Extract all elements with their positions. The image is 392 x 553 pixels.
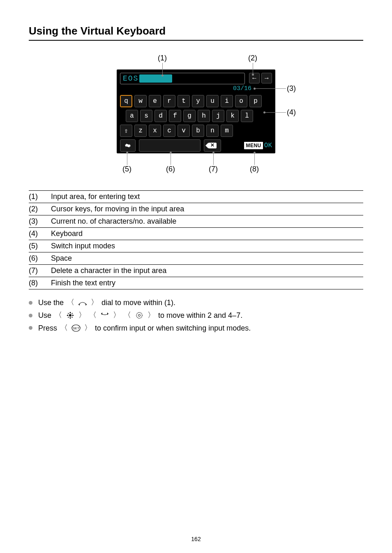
leader-6 [171, 153, 171, 165]
finish-entry[interactable]: MENU OK [244, 142, 272, 149]
key-row-1: q w e r t y u i o p [120, 95, 272, 107]
callout-1: (1) [158, 54, 167, 62]
figure-wrapper: (1) (2) (3) (4) (5) (6) (7) (8) [29, 69, 363, 174]
key-o[interactable]: o [235, 95, 247, 107]
key-x[interactable]: x [149, 125, 161, 137]
leader-8-dot [254, 152, 256, 154]
key-j[interactable]: j [212, 110, 224, 122]
key-i[interactable]: i [221, 95, 233, 107]
key-f[interactable]: f [169, 110, 181, 122]
legend-text: Finish the text entry [51, 277, 363, 289]
svg-point-0 [69, 314, 71, 317]
instruction-line: Use the 〈 〉 dial to move within (1). [29, 297, 363, 309]
legend-row: (5)Switch input modes [29, 240, 363, 252]
menu-badge: MENU [244, 142, 263, 149]
legend-text: Cursor keys, for moving in the input are… [51, 203, 363, 215]
angle-open: 〈 [67, 297, 74, 309]
key-a[interactable]: a [126, 110, 138, 122]
key-m[interactable]: m [221, 125, 233, 137]
text: Press [38, 322, 57, 334]
key-w[interactable]: w [134, 95, 147, 107]
page-title: Using the Virtual Keyboard [29, 25, 363, 41]
delete-key[interactable]: ✕ [204, 139, 221, 152]
legend-table: (1)Input area, for entering text (2)Curs… [29, 190, 363, 289]
legend-num: (7) [29, 265, 51, 277]
instructions: Use the 〈 〉 dial to move within (1). Use… [29, 297, 363, 334]
callout-2: (2) [248, 54, 257, 62]
key-l[interactable]: l [241, 110, 253, 122]
figure: (1) (2) (3) (4) (5) (6) (7) (8) [117, 69, 275, 174]
legend-num: (2) [29, 203, 51, 215]
leader-2-dot [252, 74, 254, 76]
leader-4 [265, 112, 286, 113]
cursor-left-button[interactable]: ← [249, 73, 260, 83]
key-v[interactable]: v [178, 125, 190, 137]
key-d[interactable]: d [154, 110, 167, 122]
key-row-2: a s d f g h j k l [120, 110, 272, 122]
legend-text: Current no. of characters/no. available [51, 215, 363, 228]
input-text: EOS [123, 74, 138, 83]
text: dial to move within (1). [101, 297, 175, 309]
char-count: 03/16 [120, 85, 272, 93]
multi-controller-icon [65, 311, 75, 319]
space-key[interactable] [139, 139, 201, 152]
keyboard: q w e r t y u i o p a s d [120, 95, 272, 137]
instruction-line: Press 〈 SET 〉 to confirm input or when s… [29, 322, 363, 334]
leader-3 [255, 88, 286, 89]
callout-5: (5) [122, 165, 131, 174]
key-g[interactable]: g [183, 110, 196, 122]
angle-open: 〈 [60, 322, 68, 334]
leader-7 [213, 153, 214, 165]
key-u[interactable]: u [206, 95, 219, 107]
quick-control-dial-1-icon [100, 311, 110, 319]
legend-num: (4) [29, 228, 51, 240]
switch-input-mode-button[interactable] [120, 139, 136, 152]
key-z[interactable]: z [134, 125, 147, 137]
angle-close: 〉 [148, 310, 155, 322]
key-k[interactable]: k [226, 110, 239, 122]
legend-row: (2)Cursor keys, for moving in the input … [29, 203, 363, 215]
key-n[interactable]: n [206, 125, 219, 137]
bullet-icon [29, 301, 32, 305]
legend-row: (8)Finish the text entry [29, 277, 363, 289]
text-input-area[interactable]: EOS [120, 73, 245, 84]
callout-6: (6) [166, 165, 175, 174]
key-row-3: ⇧ z x c v b n m [120, 125, 272, 137]
text: Use [38, 310, 51, 322]
legend-num: (3) [29, 215, 51, 228]
legend-num: (8) [29, 277, 51, 289]
legend-row: (3)Current no. of characters/no. availab… [29, 215, 363, 228]
key-s[interactable]: s [140, 110, 152, 122]
key-shift[interactable]: ⇧ [120, 125, 132, 137]
callout-3: (3) [287, 84, 296, 93]
key-h[interactable]: h [198, 110, 210, 122]
bullet-icon [29, 326, 32, 330]
angle-close: 〉 [113, 310, 120, 322]
leader-1-dot [161, 74, 164, 76]
key-b[interactable]: b [192, 125, 204, 137]
key-e[interactable]: e [149, 95, 161, 107]
leader-5-dot [126, 152, 128, 154]
key-t[interactable]: t [178, 95, 190, 107]
callout-8: (8) [250, 165, 259, 174]
key-p[interactable]: p [249, 95, 262, 107]
key-q[interactable]: q [120, 95, 132, 107]
text: to confirm input or when switching input… [95, 322, 251, 334]
angle-open: 〈 [124, 310, 131, 322]
instruction-line: Use 〈 〉 〈 〉 〈 〉 to move within 2 and 4–7… [29, 310, 363, 322]
leader-4-dot [263, 111, 265, 113]
topbar: EOS ← → [120, 73, 272, 84]
angle-open: 〈 [55, 310, 62, 322]
key-c[interactable]: c [163, 125, 175, 137]
key-r[interactable]: r [163, 95, 175, 107]
leader-2 [253, 63, 253, 74]
cursor-right-button[interactable]: → [261, 73, 272, 83]
key-y[interactable]: y [192, 95, 204, 107]
legend-text: Input area, for entering text [51, 191, 363, 203]
legend-row: (6)Space [29, 252, 363, 265]
text: to move within 2 and 4–7. [158, 310, 242, 322]
backspace-icon: ✕ [208, 143, 217, 148]
page-number: 162 [0, 536, 392, 542]
svg-point-2 [138, 315, 141, 317]
input-mode-icon [124, 142, 132, 149]
